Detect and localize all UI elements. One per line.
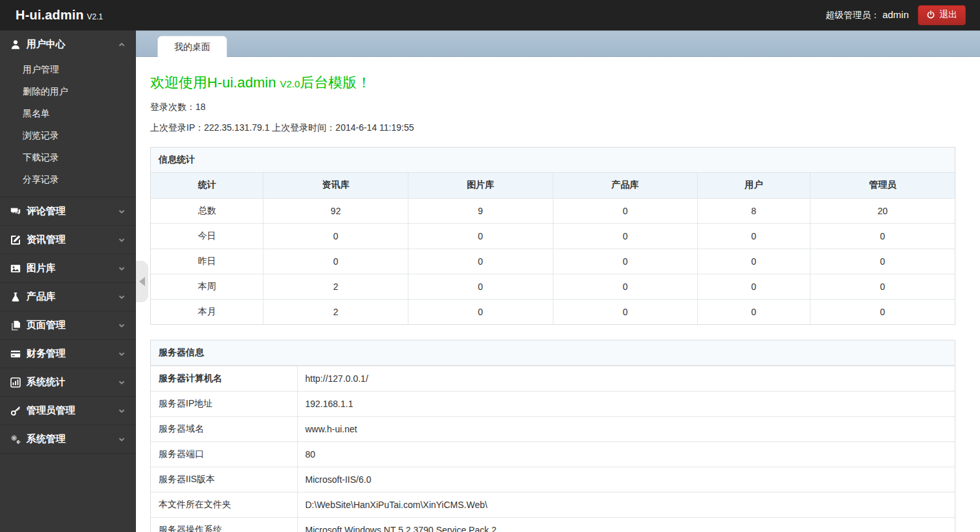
sidebar-item-stats[interactable]: 系统统计: [0, 368, 136, 396]
col-stat: 统计: [151, 173, 263, 198]
table-cell: http://127.0.0.1/: [297, 366, 955, 392]
sidebar-item-images[interactable]: 图片库: [0, 254, 136, 282]
last-login-line: 上次登录IP：222.35.131.79.1 上次登录时间：2014-6-14 …: [150, 122, 955, 134]
last-ip-label: 上次登录IP：: [150, 122, 204, 133]
table-cell: D:\WebSite\HanXiPuTai.com\XinYiCMS.Web\: [297, 493, 955, 518]
pages-icon: [10, 320, 21, 331]
user-center-submenu: 用户管理 删除的用户 黑名单 浏览记录 下载记录 分享记录: [0, 58, 136, 197]
table-cell: 0: [263, 249, 408, 274]
sidebar-subitem-blacklist[interactable]: 黑名单: [0, 102, 136, 124]
sidebar-item-finance[interactable]: 财务管理: [0, 340, 136, 368]
edit-icon: [10, 235, 21, 245]
sidebar-section-system: 系统管理: [0, 425, 136, 454]
col-users: 用户: [698, 173, 810, 198]
sidebar-item-label: 系统统计: [27, 376, 65, 388]
sidebar-subitem-share-history[interactable]: 分享记录: [0, 168, 136, 190]
sidebar-item-label: 管理员管理: [27, 405, 75, 417]
table-cell: 0: [810, 274, 955, 299]
welcome-version: V2.0: [280, 78, 300, 89]
picture-icon: [10, 263, 21, 274]
table-cell: 0: [810, 249, 955, 274]
sidebar-item-system[interactable]: 系统管理: [0, 425, 136, 453]
gears-icon: [10, 434, 21, 445]
bar-chart-icon: [10, 377, 21, 388]
table-row: 服务器端口 80: [151, 442, 955, 467]
stats-header-row: 统计 资讯库 图片库 产品库 用户 管理员: [151, 173, 955, 198]
sidebar-subitem-download-history[interactable]: 下载记录: [0, 146, 136, 168]
sidebar-collapse-handle[interactable]: [136, 261, 148, 302]
login-count-value: 18: [195, 102, 206, 112]
table-row: 服务器IP地址 192.168.1.1: [151, 392, 955, 417]
user-role-label: 超级管理员：: [825, 10, 880, 20]
row-label: 服务器域名: [151, 417, 297, 442]
row-label: 本文件所在文件夹: [151, 493, 297, 518]
chevron-down-icon: [118, 208, 126, 216]
topbar-right: 超级管理员：admin 退出: [825, 5, 966, 25]
chevron-down-icon: [118, 407, 126, 415]
sidebar: 用户中心 用户管理 删除的用户 黑名单 浏览记录 下载记录 分享记录: [0, 30, 136, 532]
sidebar-item-products[interactable]: 产品库: [0, 283, 136, 311]
row-label: 总数: [151, 198, 263, 223]
table-cell: 0: [810, 299, 955, 324]
table-cell: 0: [698, 299, 810, 324]
col-products: 产品库: [553, 173, 698, 198]
sidebar-item-comments[interactable]: 评论管理: [0, 197, 136, 225]
row-label: 本月: [151, 299, 263, 324]
logout-button[interactable]: 退出: [918, 5, 966, 25]
table-cell: 2: [263, 274, 408, 299]
sidebar-item-admins[interactable]: 管理员管理: [0, 397, 136, 425]
sidebar-subitem-deleted-users[interactable]: 删除的用户: [0, 80, 136, 102]
col-admins: 管理员: [810, 173, 955, 198]
table-cell: 20: [810, 198, 955, 223]
logout-label: 退出: [939, 9, 957, 21]
welcome-text: 欢迎使用H-ui.admin: [150, 74, 280, 91]
login-count-line: 登录次数：18: [150, 102, 955, 113]
comments-icon: [10, 206, 21, 217]
login-count-label: 登录次数：: [150, 102, 195, 112]
server-panel-title: 服务器信息: [151, 340, 955, 366]
app-logo[interactable]: H-ui.admin V2.1: [16, 8, 103, 23]
tab-my-desktop[interactable]: 我的桌面: [157, 36, 227, 57]
sidebar-item-news[interactable]: 资讯管理: [0, 226, 136, 254]
stats-panel: 信息统计 统计 资讯库 图片库 产品库 用户 管理员: [150, 147, 955, 325]
sidebar-item-label: 用户中心: [27, 38, 65, 50]
chevron-down-icon: [118, 293, 126, 301]
sidebar-section-comments: 评论管理: [0, 197, 136, 226]
welcome-suffix: 后台模版！: [300, 74, 371, 91]
table-cell: 0: [553, 274, 698, 299]
chevron-down-icon: [118, 236, 126, 244]
table-cell: 2: [263, 299, 408, 324]
table-cell: 0: [810, 223, 955, 249]
sidebar-item-pages[interactable]: 页面管理: [0, 311, 136, 339]
credit-card-icon: [10, 349, 21, 359]
chevron-up-icon: [118, 41, 126, 49]
table-cell: 0: [553, 223, 698, 249]
table-cell: 0: [408, 299, 553, 324]
table-row: 昨日 0 0 0 0 0: [151, 249, 955, 274]
sidebar-section-user-center: 用户中心 用户管理 删除的用户 黑名单 浏览记录 下载记录 分享记录: [0, 30, 136, 197]
table-row: 服务器操作系统 Microsoft Windows NT 5.2.3790 Se…: [151, 518, 955, 532]
power-icon: [926, 10, 935, 19]
last-time-value: 2014-6-14 11:19:55: [335, 122, 414, 133]
table-row: 本文件所在文件夹 D:\WebSite\HanXiPuTai.com\XinYi…: [151, 493, 955, 518]
table-row: 今日 0 0 0 0 0: [151, 223, 955, 249]
app-root: H-ui.admin V2.1 超级管理员：admin 退出 用户中心: [0, 0, 980, 532]
table-row: 本月 2 0 0 0 0: [151, 299, 955, 324]
table-cell: 192.168.1.1: [297, 392, 955, 417]
welcome-title: 欢迎使用H-ui.admin V2.0后台模版！: [150, 73, 955, 93]
sidebar-item-label: 图片库: [27, 262, 56, 274]
row-label: 今日: [151, 223, 263, 249]
stats-table: 统计 资讯库 图片库 产品库 用户 管理员 总数 92: [151, 173, 955, 324]
sidebar-subitem-users[interactable]: 用户管理: [0, 58, 136, 80]
stats-panel-title: 信息统计: [151, 148, 955, 173]
sidebar-item-user-center[interactable]: 用户中心: [0, 30, 136, 58]
sidebar-subitem-browse-history[interactable]: 浏览记录: [0, 124, 136, 146]
server-panel: 服务器信息 服务器计算机名 http://127.0.0.1/ 服务器IP地址 …: [150, 340, 955, 532]
chevron-down-icon: [118, 322, 126, 329]
main-layout: 用户中心 用户管理 删除的用户 黑名单 浏览记录 下载记录 分享记录: [0, 30, 980, 532]
table-row: 服务器域名 www.h-ui.net: [151, 417, 955, 442]
sidebar-item-label: 评论管理: [27, 205, 65, 217]
row-label: 服务器操作系统: [151, 518, 297, 532]
sidebar-section-stats: 系统统计: [0, 368, 136, 397]
chevron-left-icon: [139, 277, 145, 286]
